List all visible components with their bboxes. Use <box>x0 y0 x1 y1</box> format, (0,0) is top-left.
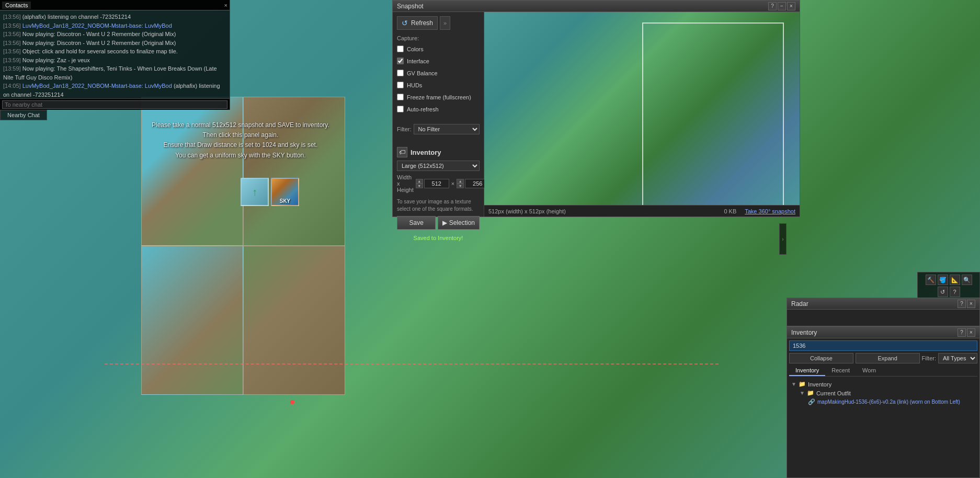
snapshot-size-select[interactable]: Large (512x512) Medium (256x256) Small (… <box>397 161 480 171</box>
chat-message: [13:56] Now playing: Discotron - Want U … <box>3 39 226 48</box>
colors-label: Colors <box>407 46 424 52</box>
interface-label: Interface <box>407 58 429 64</box>
inventory-window-title: Inventory <box>791 329 956 336</box>
inventory-root-label: Inventory <box>808 381 831 388</box>
chat-message: [13:59] Now playing: Zaz - je veux <box>3 56 226 65</box>
upload-sky-button[interactable]: ↑ <box>241 178 269 206</box>
link-icon: 🔗 <box>808 399 815 405</box>
inventory-tab-recent[interactable]: Recent <box>825 366 856 376</box>
huds-checkbox[interactable] <box>397 82 404 88</box>
chat-messages: [13:56] (alphafix) listening on channel … <box>0 10 230 98</box>
radar-help-button[interactable]: ? <box>958 300 966 308</box>
width-input[interactable]: 512 <box>424 179 449 188</box>
tool-icon-4[interactable]: 🔍 <box>962 275 972 285</box>
chat-message: [14:05] LuvMyBod_Jan18_2022_NOBOM-Mstart… <box>3 82 226 98</box>
chat-input[interactable] <box>2 100 227 109</box>
inventory-subchild: 🔗 mapMakingHud-1536-(6x6)-v0.2a (link) (… <box>797 397 977 406</box>
chat-tab-bar: Contacts × <box>0 0 230 10</box>
tool-icon-3[interactable]: 📐 <box>950 275 960 285</box>
refresh-icon: ↺ <box>402 19 408 27</box>
save-button[interactable]: Save <box>397 216 436 230</box>
side-collapse-icon: › <box>782 236 783 242</box>
map-tile-topleft <box>141 97 243 246</box>
inventory-titlebar: Inventory ? × <box>787 327 979 338</box>
chat-panel-close[interactable]: × <box>224 2 227 8</box>
chat-message: [13:56] Now playing: Discotron - Want U … <box>3 30 226 39</box>
inventory-root-item[interactable]: ▼ 📁 Inventory <box>789 380 977 389</box>
map-making-hud-item[interactable]: 🔗 mapMakingHud-1536-(6x6)-v0.2a (link) (… <box>806 397 977 406</box>
side-collapse-button[interactable]: › <box>779 223 787 255</box>
capture-option-huds: HUDs <box>397 81 480 89</box>
freeze-frame-checkbox[interactable] <box>397 94 404 100</box>
inventory-collapse-button[interactable]: Collapse <box>789 353 853 363</box>
inventory-filter-select[interactable]: All Types <box>938 353 977 363</box>
snapshot-close-button[interactable]: × <box>787 2 795 10</box>
snapshot-min-button[interactable]: − <box>778 2 786 10</box>
tool-icon-2[interactable]: 🪣 <box>938 275 948 285</box>
filter-select[interactable]: No Filter <box>414 124 480 134</box>
inventory-tabs: Inventory Recent Worn <box>789 366 977 377</box>
sky-buttons-area: ↑ SKY <box>241 178 299 206</box>
radar-window: Radar ? × <box>787 298 980 326</box>
inventory-tab-inventory[interactable]: Inventory <box>789 366 825 376</box>
inventory-tree: ▼ 📁 Inventory ▼ 📁 Current Outfit 🔗 mapMa… <box>789 379 977 407</box>
inventory-section-label: Inventory <box>411 149 441 156</box>
width-up-btn[interactable]: ▲ <box>416 179 423 184</box>
tool-icon-help[interactable]: ? <box>950 287 960 297</box>
selection-button[interactable]: ▶ Selection <box>438 216 480 230</box>
chat-panel: Contacts × [13:56] (alphafix) listening … <box>0 0 230 110</box>
map-tile-bottomright <box>243 246 345 395</box>
inventory-tab-worn[interactable]: Worn <box>856 366 882 376</box>
capture-option-gv-balance: GV Balance <box>397 69 480 77</box>
map-making-hud-label: mapMakingHud-1536-(6x6)-v0.2a (link) (wo… <box>817 399 960 405</box>
inventory-expand-button[interactable]: Expand <box>856 353 920 363</box>
inventory-icon: 🏷 <box>397 147 407 157</box>
root-folder-icon: 📁 <box>799 381 806 388</box>
upload-arrow-icon: ↑ <box>252 186 257 198</box>
gv-balance-checkbox[interactable] <box>397 70 404 76</box>
width-down-btn[interactable]: ▼ <box>416 184 423 188</box>
inventory-section: 🏷 Inventory <box>397 147 480 157</box>
nearby-chat-tab[interactable]: Nearby Chat <box>0 110 47 120</box>
refresh-button[interactable]: ↺ Refresh <box>397 16 438 30</box>
capture-option-interface: Interface <box>397 56 480 65</box>
current-outfit-item[interactable]: ▼ 📁 Current Outfit <box>797 389 977 397</box>
tool-icon-refresh[interactable]: ↺ <box>938 287 948 297</box>
outfit-folder-icon: 📁 <box>807 390 814 396</box>
snapshot-statusbar: 512px (width) x 512px (height) 0 KB Take… <box>484 205 800 217</box>
save-selection-row: Save ▶ Selection <box>397 216 480 230</box>
inventory-child: ▼ 📁 Current Outfit 🔗 mapMakingHud-1536-(… <box>789 389 977 406</box>
saved-message: Saved to Inventory! <box>397 235 480 241</box>
capture-option-freeze: Freeze frame (fullscreen) <box>397 93 480 101</box>
contacts-tab[interactable]: Contacts <box>2 2 31 9</box>
refresh-label: Refresh <box>411 19 433 27</box>
status-dimensions: 512px (width) x 512px (height) <box>488 208 566 214</box>
current-outfit-label: Current Outfit <box>816 390 851 396</box>
height-down-btn[interactable]: ▼ <box>457 184 464 188</box>
toolbar-icons: 🔨 🪣 📐 🔍 ↺ ? <box>920 275 977 297</box>
map-dot-1 <box>290 400 294 404</box>
snapshot-window: Snapshot ? − × ↺ Refresh » Capture: Colo… <box>392 0 800 217</box>
chat-message: [13:56] (alphafix) listening on channel … <box>3 13 226 21</box>
sky-button[interactable]: SKY <box>271 178 299 206</box>
inventory-action-row: Collapse Expand Filter: All Types <box>789 353 977 363</box>
snapshot-help-button[interactable]: ? <box>768 2 777 10</box>
inventory-close-button[interactable]: × <box>967 328 975 337</box>
map-tile-bottomleft <box>141 246 243 395</box>
tool-icon-1[interactable]: 🔨 <box>926 275 936 285</box>
radar-close-button[interactable]: × <box>967 300 975 308</box>
inventory-help-button[interactable]: ? <box>958 328 966 337</box>
freeze-frame-label: Freeze frame (fullscreen) <box>407 94 471 100</box>
dimension-row: Width x Height ▲ ▼ 512 × ▲ ▼ 256 <box>397 174 480 193</box>
collapse-panel-button[interactable]: » <box>440 16 450 30</box>
auto-refresh-checkbox[interactable] <box>397 106 404 112</box>
colors-checkbox[interactable] <box>397 45 404 52</box>
interface-checkbox[interactable] <box>397 58 404 64</box>
inventory-filter-label: Filter: <box>922 353 937 363</box>
radar-titlebar: Radar ? × <box>787 298 979 310</box>
map-dotted-line <box>105 363 719 365</box>
height-up-btn[interactable]: ▲ <box>457 179 464 184</box>
take-360-button[interactable]: Take 360° snapshot <box>745 208 795 214</box>
inventory-search-input[interactable] <box>789 340 977 351</box>
snapshot-controls: ↺ Refresh » Capture: Colors Interface GV… <box>393 12 484 217</box>
